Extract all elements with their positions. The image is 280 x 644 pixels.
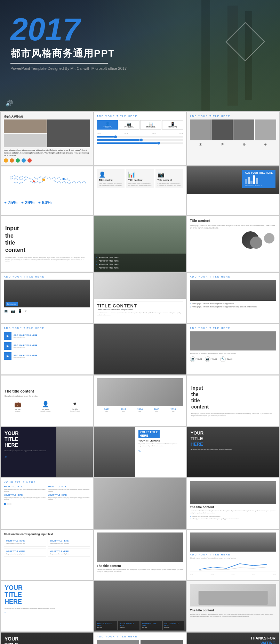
s17-year-2: 2013 year — [121, 408, 126, 412]
s6-blue-box: ADD YOUR TITLE HERE ● Year series 1● Ser… — [242, 170, 275, 188]
svg-rect-11 — [12, 178, 13, 179]
svg-rect-61 — [55, 181, 56, 182]
svg-rect-27 — [39, 177, 40, 178]
s5-card-3-title: Title content — [158, 179, 181, 181]
s20-content: YOUR TITLEHERE YOUR TITLE HERE We provid… — [138, 430, 183, 474]
s33-title: THANKS FOR WATING — [191, 636, 275, 644]
cover-title: 都市风格商务通用PPT — [10, 47, 270, 60]
svg-rect-39 — [59, 177, 60, 178]
s15-icon-3: 🔧 Title-03 — [220, 356, 233, 362]
svg-rect-10 — [10, 179, 11, 180]
s27-chart: 20122013201420152016 — [190, 561, 276, 571]
svg-rect-36 — [54, 177, 55, 178]
world-map — [4, 169, 90, 197]
s11-text: I wanted to make a lot of one of my favo… — [97, 312, 183, 316]
svg-rect-25 — [35, 178, 37, 179]
s13-icon-2: ▶ — [4, 342, 11, 350]
s17-image — [97, 378, 183, 406]
tab-4[interactable]: 📱 PRINCIPAL — [162, 120, 183, 130]
tab-1[interactable]: 👤 PRINCIPAL — [97, 120, 118, 130]
s10-tag: Somewhere — [6, 302, 18, 306]
slide-20: YOUR TITLEHERE YOUR TITLE HERE We provid… — [94, 427, 186, 477]
svg-rect-50 — [21, 182, 22, 183]
slide-29: ADD YOUR TITLE HERE add text ADD YOUR TI… — [94, 581, 186, 631]
svg-rect-3 — [15, 176, 16, 177]
s30-image — [190, 584, 276, 606]
s17-timeline: 2012 year 2013 year 2014 year 2015 year … — [97, 408, 183, 412]
slide-15: ADD YOUR TITLE HERE Although you - in ro… — [187, 324, 279, 374]
s11-title: TITLE CONTENT — [97, 303, 183, 308]
slide-23 — [94, 478, 186, 529]
svg-rect-14 — [17, 179, 18, 180]
s6-legend: ● Year series 1● Series 2 — [245, 185, 273, 187]
s22-title: YOUR TITLE HERE — [4, 481, 90, 484]
tab-3[interactable]: 📊 PRINCIPAL — [140, 120, 161, 130]
svg-rect-69 — [69, 183, 70, 184]
svg-rect-40 — [60, 179, 61, 180]
s9-text: Although you - in room that I've receive… — [190, 224, 276, 229]
s13-item-1-title: ADD YOUR TITLE HERE — [14, 334, 38, 336]
svg-rect-47 — [15, 182, 16, 183]
s13-item-2-text: Add your title here — [14, 346, 38, 348]
s3-title: ADD YOUR TITLE HERE — [190, 115, 276, 117]
s12-title: ADD YOUR TITLE HERE — [190, 275, 276, 278]
s17-year-1: 2012 year — [104, 408, 110, 412]
s15-icon-row: 💻 Title-01 📷 Title-02 🔧 Title-03 — [190, 356, 276, 362]
svg-rect-12 — [14, 179, 15, 180]
svg-rect-1 — [12, 176, 13, 177]
cover-year: 2017 — [10, 14, 270, 45]
svg-rect-62 — [57, 182, 58, 183]
s24-item-2: ●Although you - in room that I've found … — [190, 518, 276, 520]
s13-items: ▶ ADD YOUR TITLE HERE Add your title her… — [4, 332, 90, 360]
slide-21: YOUR TITLE HERE We provide you very work… — [187, 427, 279, 477]
slide-1: 请输入大标题信息 Lorem ipsum dolor sit consectet… — [1, 112, 93, 165]
s20-image — [94, 427, 135, 477]
s12-list: ● Although you - in room that I've optio… — [190, 303, 276, 308]
s5-card-1: 👤 Title content If you haven't found the… — [97, 169, 125, 188]
svg-rect-17 — [22, 179, 23, 180]
s27-text: Although you - in room that I've receive… — [190, 557, 276, 559]
s20-text: We provide you around at world demand at… — [138, 443, 183, 447]
s24-list: ●Although you - in room that I've found … — [190, 515, 276, 520]
s18-text: Although you - in room that I've receive… — [191, 413, 275, 417]
s28-text: We provide you the relive you play work … — [5, 608, 89, 610]
svg-rect-26 — [37, 179, 38, 180]
s19-arrow: » — [5, 454, 54, 459]
timeline-tabs: 👤 PRINCIPAL 📷 PRINCIPAL 📊 PRINCIPAL 📱 PR… — [97, 120, 183, 130]
slide-33: THANKS FOR WATING PowerPoint Template De… — [187, 633, 279, 644]
svg-rect-45 — [69, 180, 70, 181]
s10-icon-2: 📷 — [11, 309, 15, 313]
s20-arrow: » — [138, 449, 183, 454]
svg-rect-15 — [19, 179, 20, 180]
audio-icon[interactable]: 🔊 — [5, 99, 13, 107]
s28-arrow: » — [5, 611, 89, 613]
svg-rect-5 — [19, 177, 20, 178]
s16-icon-3: ♥ the title Domain Product — [70, 401, 80, 412]
s13-icon-3: ▶ — [4, 352, 11, 360]
svg-rect-32 — [47, 178, 48, 179]
slide-19: YOURTITLEHERE We provide you very work a… — [1, 427, 93, 477]
s25-item-2: YOUR TITLE HERE We provide relive you pl… — [48, 538, 90, 546]
timeline-bar-2 — [97, 139, 183, 141]
s10-title: ADD YOUR TITLE HERE — [4, 275, 90, 278]
slide-25: Click on the corresponding input text YO… — [1, 530, 93, 580]
s7-title: Inputthetitlecontent — [5, 225, 89, 254]
svg-rect-59 — [42, 181, 43, 182]
tab-2[interactable]: 📷 PRINCIPAL — [119, 120, 140, 130]
s22-item-1: YOUR TITLE HERE We provide you the reliv… — [4, 486, 46, 492]
svg-point-80 — [42, 179, 45, 181]
svg-rect-79 — [85, 182, 86, 183]
s6-bar-chart — [245, 175, 273, 184]
s17-year-5: 2016 year — [170, 408, 176, 412]
svg-rect-63 — [59, 181, 60, 182]
s29-item-2: ADD YOUR TITLE HERE add text — [118, 621, 139, 630]
svg-rect-2 — [14, 175, 15, 176]
svg-rect-49 — [19, 183, 20, 184]
svg-rect-9 — [25, 176, 26, 177]
svg-point-82 — [33, 181, 35, 183]
slide-22: YOUR TITLE HERE YOUR TITLE HERE We provi… — [1, 478, 93, 529]
s25-item-3: YOUR TITLE HERE We provide relive you pl… — [4, 548, 46, 557]
svg-rect-75 — [79, 181, 80, 182]
slide-16: The title content Show here the whatever… — [1, 375, 93, 426]
slide-8: ✓ ADD YOUR TITLE HERE ✓ ADD YOUR TITLE H… — [94, 216, 186, 272]
